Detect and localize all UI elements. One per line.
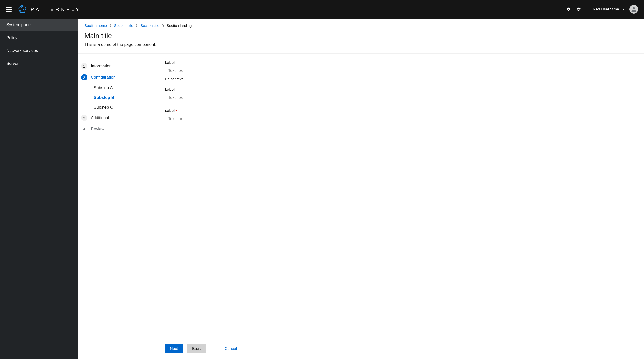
svg-point-5 [632,7,635,9]
logo-icon [18,5,27,14]
svg-line-4 [22,5,25,12]
page-description: This is a demo of the page component. [84,42,638,47]
form-group: Label Helper text [165,60,637,81]
sidebar-item-label: Server [6,61,18,66]
sidebar-item-label: Network services [6,48,38,53]
masthead: PATTERNFLY Ned Username [0,0,644,18]
step-label: Review [91,127,104,131]
breadcrumb: Section home ❯ Section title ❯ Section t… [84,23,638,27]
breadcrumb-link[interactable]: Section title [114,23,133,27]
step-number: 1 [81,63,88,69]
sidebar-item-label: System panel [6,22,32,27]
cancel-button[interactable]: Cancel [222,344,240,353]
avatar[interactable] [629,5,638,14]
brand-logo[interactable]: PATTERNFLY [18,5,81,14]
wizard-substep-b[interactable]: Substep B [94,93,155,102]
chevron-right-icon: ❯ [136,24,138,27]
sidebar-nav: System panel Policy Network services Ser… [0,18,78,359]
wizard-substep-c[interactable]: Substep C [94,102,155,112]
wizard-step-additional[interactable]: 3 Additional [81,112,155,123]
wizard: 1 Information 2 Configuration Substep A … [78,54,644,359]
wizard-substep-a[interactable]: Substep A [94,83,155,93]
form-group: Label* [165,108,637,123]
sidebar-item-label: Policy [6,35,17,40]
brand-text: PATTERNFLY [31,6,81,12]
wizard-step-review[interactable]: 4 Review [81,123,155,135]
wizard-step-information[interactable]: 1 Information [81,60,155,72]
text-input-3[interactable] [165,114,637,123]
label-text: Label [165,108,174,113]
text-input-2[interactable] [165,93,637,102]
sidebar-item-system-panel[interactable]: System panel [0,18,78,31]
caret-down-icon [622,8,624,10]
step-number: 2 [81,74,88,80]
helper-text: Helper text [165,77,637,81]
form-label: Label* [165,108,637,113]
step-label: Configuration [91,75,116,80]
wizard-substeps: Substep A Substep B Substep C [81,83,155,112]
user-name: Ned Username [593,7,619,11]
step-number: 4 [81,126,88,132]
breadcrumb-current: Section landing [167,23,192,27]
settings-icon-2[interactable] [576,7,581,11]
step-label: Additional [91,115,109,120]
required-asterisk: * [175,108,177,113]
nav-toggle-button[interactable] [6,7,12,12]
step-number: 3 [81,115,88,121]
breadcrumb-link[interactable]: Section title [140,23,160,27]
sidebar-item-server[interactable]: Server [0,57,78,70]
wizard-step-configuration[interactable]: 2 Configuration [81,72,155,83]
breadcrumb-link[interactable]: Section home [84,23,107,27]
main-content: Section home ❯ Section title ❯ Section t… [78,18,644,359]
form-group: Label [165,87,637,102]
sidebar-item-network-services[interactable]: Network services [0,44,78,57]
form-label: Label [165,60,637,65]
next-button[interactable]: Next [165,344,183,353]
chevron-right-icon: ❯ [109,24,112,27]
user-menu-toggle[interactable]: Ned Username [593,7,624,11]
svg-line-3 [20,5,22,12]
page-header: Section home ❯ Section title ❯ Section t… [78,18,644,54]
sidebar-item-policy[interactable]: Policy [0,31,78,44]
wizard-body: Label Helper text Label Label* Next Back… [158,54,644,359]
settings-icon[interactable] [566,7,571,11]
step-label: Information [91,64,112,68]
page-title: Main title [84,32,638,40]
toolbar-icons [566,7,581,11]
wizard-footer: Next Back Cancel [165,340,637,359]
wizard-nav: 1 Information 2 Configuration Substep A … [78,54,158,359]
text-input-1[interactable] [165,66,637,75]
chevron-right-icon: ❯ [162,24,164,27]
form-label: Label [165,87,637,91]
back-button[interactable]: Back [187,344,206,353]
